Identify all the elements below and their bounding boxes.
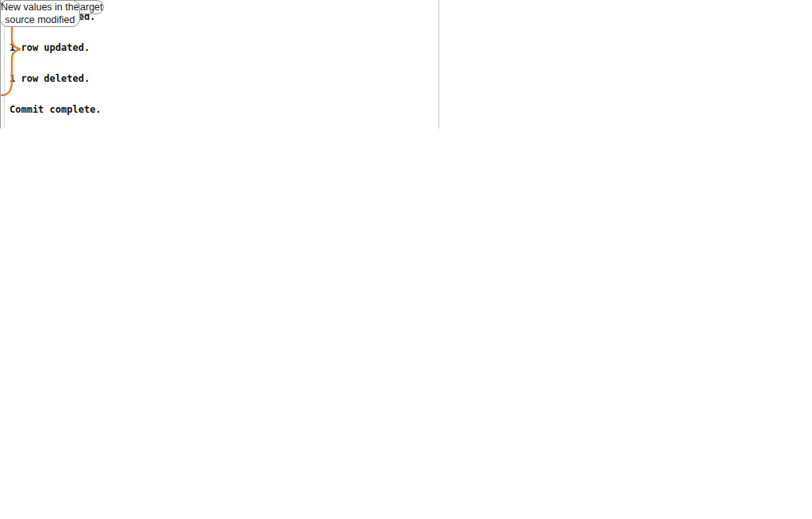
annotation-text: New values in the [1,1,79,13]
output-line-commit: Commit complete. [10,104,102,115]
panel-divider-line [439,0,439,129]
annotation-text: source modified [5,13,75,26]
script-output-panel[interactable]: 1 row inserted. 1 row updated. 1 row del… [0,0,812,129]
annotation-new-values: New values in the source modified [0,0,80,27]
sql-developer-window: SELECT * FROM EMPLOYEE_DETAILS WHERE EMP… [0,0,812,519]
